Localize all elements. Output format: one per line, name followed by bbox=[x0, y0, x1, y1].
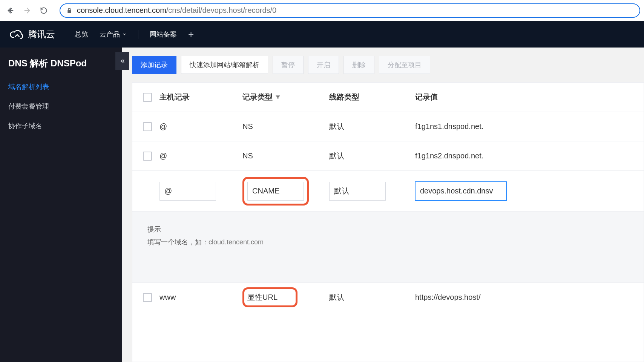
nav-forward-button[interactable] bbox=[20, 4, 34, 17]
cell-type: NS bbox=[239, 122, 325, 131]
top-menu: 总览 云产品 网站备案 + bbox=[75, 29, 194, 40]
sidebar: DNS 解析 DNSPod 域名解析列表 付费套餐管理 协作子域名 bbox=[0, 48, 122, 362]
sidebar-item-dns-list[interactable]: 域名解析列表 bbox=[0, 77, 122, 97]
url-bar[interactable]: console.cloud.tencent.com/cns/detail/dev… bbox=[60, 3, 640, 18]
menu-overview[interactable]: 总览 bbox=[75, 30, 88, 39]
host-input[interactable] bbox=[159, 182, 216, 201]
quick-add-button[interactable]: 快速添加网站/邮箱解析 bbox=[181, 56, 268, 74]
menu-beian[interactable]: 网站备案 bbox=[150, 30, 177, 39]
hint-body: 填写一个域名，如：cloud.tencent.com bbox=[147, 236, 629, 248]
col-line: 线路类型 bbox=[325, 92, 411, 102]
nav-back-button[interactable] bbox=[4, 4, 17, 17]
hint-title: 提示 bbox=[147, 223, 629, 236]
line-input[interactable] bbox=[329, 182, 386, 201]
row-checkbox[interactable] bbox=[143, 122, 152, 131]
cell-value: https://devops.host/ bbox=[411, 293, 644, 302]
cell-host: @ bbox=[156, 122, 239, 131]
records-table: 主机记录 记录类型 线路类型 记录值 @ NS 默认 f1g1ns1.dnspo… bbox=[132, 82, 644, 362]
menu-products[interactable]: 云产品 bbox=[100, 30, 127, 39]
select-all-checkbox[interactable] bbox=[143, 93, 152, 102]
brand-logo[interactable]: 腾讯云 bbox=[9, 28, 55, 40]
sidebar-item-plan[interactable]: 付费套餐管理 bbox=[0, 97, 122, 116]
brand-name: 腾讯云 bbox=[28, 28, 55, 40]
edit-row bbox=[132, 171, 644, 212]
cell-type: 显性URL bbox=[247, 292, 293, 302]
cell-host: www bbox=[156, 293, 239, 302]
cell-value: f1g1ns2.dnspod.net. bbox=[411, 152, 644, 160]
main-content: 添加记录 快速添加网站/邮箱解析 暂停 开启 删除 分配至项目 主机记录 记录类… bbox=[122, 48, 644, 362]
col-value: 记录值 bbox=[411, 92, 644, 102]
menu-separator bbox=[138, 30, 138, 39]
add-record-button[interactable]: 添加记录 bbox=[132, 56, 176, 74]
cell-line: 默认 bbox=[325, 151, 411, 161]
cell-type: NS bbox=[239, 152, 325, 160]
cell-line: 默认 bbox=[325, 121, 411, 132]
delete-button[interactable]: 删除 bbox=[343, 56, 374, 74]
cell-value: f1g1ns1.dnspod.net. bbox=[411, 122, 644, 131]
value-input[interactable] bbox=[415, 182, 506, 201]
sidebar-title: DNS 解析 DNSPod bbox=[0, 56, 122, 77]
nav-reload-button[interactable] bbox=[37, 4, 51, 17]
filter-icon bbox=[275, 94, 281, 100]
cloud-icon bbox=[9, 29, 24, 40]
pause-button[interactable]: 暂停 bbox=[273, 56, 304, 74]
sidebar-collapse-button[interactable] bbox=[115, 52, 129, 70]
col-host: 主机记录 bbox=[156, 92, 239, 102]
chevron-down-icon bbox=[122, 32, 127, 37]
cell-line: 默认 bbox=[325, 292, 411, 302]
type-input[interactable] bbox=[247, 182, 304, 201]
sidebar-item-subdomain[interactable]: 协作子域名 bbox=[0, 116, 122, 136]
url-text: console.cloud.tencent.com/cns/detail/dev… bbox=[77, 6, 276, 15]
table-row: @ NS 默认 f1g1ns1.dnspod.net. bbox=[132, 112, 644, 141]
annotation-highlight-lasttype: 显性URL bbox=[242, 287, 297, 307]
enable-button[interactable]: 开启 bbox=[308, 56, 339, 74]
menu-add-icon[interactable]: + bbox=[188, 29, 194, 40]
toolbar: 添加记录 快速添加网站/邮箱解析 暂停 开启 删除 分配至项目 bbox=[132, 56, 644, 74]
cell-host: @ bbox=[156, 152, 239, 160]
lock-icon bbox=[66, 7, 72, 14]
app-header: 腾讯云 总览 云产品 网站备案 + bbox=[0, 21, 644, 48]
table-row: @ NS 默认 f1g1ns2.dnspod.net. bbox=[132, 141, 644, 171]
table-header-row: 主机记录 记录类型 线路类型 记录值 bbox=[132, 83, 644, 112]
col-type[interactable]: 记录类型 bbox=[239, 92, 325, 102]
assign-button[interactable]: 分配至项目 bbox=[379, 56, 430, 74]
row-checkbox[interactable] bbox=[143, 152, 152, 161]
row-checkbox[interactable] bbox=[143, 293, 152, 302]
annotation-highlight-type bbox=[242, 177, 309, 206]
browser-bar: console.cloud.tencent.com/cns/detail/dev… bbox=[0, 0, 644, 21]
table-row: www 显性URL 默认 https://devops.host/ bbox=[132, 283, 644, 312]
hint-block: 提示 填写一个域名，如：cloud.tencent.com bbox=[132, 212, 644, 283]
